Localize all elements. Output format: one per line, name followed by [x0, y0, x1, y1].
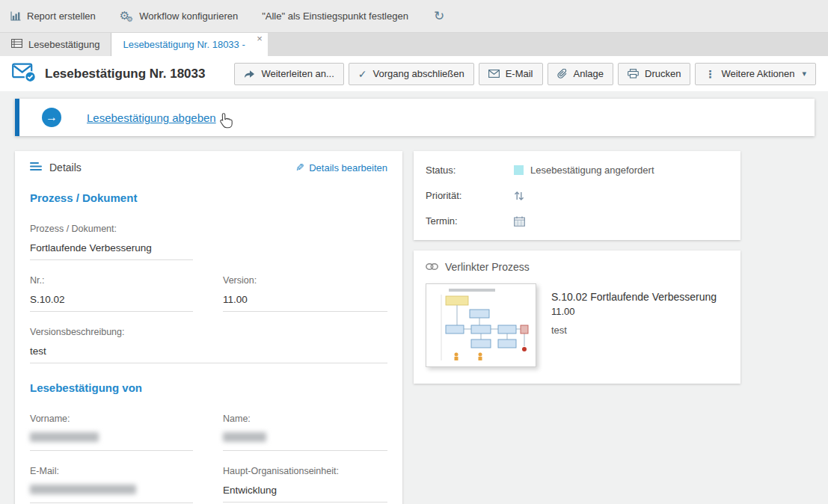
- field-label: E-Mail:: [30, 466, 193, 476]
- top-toolbar: Report erstellen ⚙⚙ Workflow konfigurier…: [0, 0, 828, 33]
- email-button[interactable]: E-Mail: [479, 63, 543, 85]
- gears-icon: ⚙⚙: [120, 10, 133, 23]
- arrow-right-circle-icon[interactable]: →: [42, 108, 61, 127]
- mail-check-icon: [12, 63, 36, 85]
- field-versionsbeschreibung: Versionsbeschreibung: test: [30, 327, 387, 363]
- field-prozess-dokument: Prozess / Dokument: Fortlaufende Verbess…: [30, 224, 193, 260]
- process-thumbnail[interactable]: [426, 283, 536, 367]
- fields-grid-prozess: Prozess / Dokument: Fortlaufende Verbess…: [30, 224, 387, 363]
- close-tab-icon[interactable]: ×: [257, 33, 263, 44]
- status-value: Lesebestätigung angefordert: [514, 165, 729, 176]
- envelope-icon: [488, 70, 500, 78]
- status-label: Status:: [426, 165, 514, 176]
- status-color-swatch: [514, 165, 524, 175]
- tab-lesebestaetigung-18033[interactable]: Lesebestätigung Nr. 18033 - ×: [111, 33, 267, 56]
- paperclip-icon: [557, 69, 568, 79]
- section-title-lesebestaetigung-von: Lesebestätigung von: [30, 381, 387, 394]
- redacted-value: [223, 432, 266, 442]
- check-icon: ✓: [358, 69, 367, 79]
- field-vorname: Vorname:: [30, 414, 193, 451]
- process-flowchart-graphic: [426, 284, 536, 366]
- weiterleiten-button[interactable]: Weiterleiten an...: [234, 63, 343, 85]
- field-value: 11.00: [223, 294, 387, 312]
- status-grid: Status: Lesebestätigung angefordert Prio…: [426, 165, 729, 227]
- kebab-icon: ⋮: [705, 69, 715, 79]
- app-window: Report erstellen ⚙⚙ Workflow konfigurier…: [0, 0, 828, 504]
- termin-label: Termin:: [426, 215, 514, 227]
- linked-process-version: 11.00: [551, 306, 717, 317]
- drucken-button[interactable]: Drucken: [618, 63, 690, 85]
- bar-chart-icon: [10, 11, 21, 21]
- prioritaet-value: [514, 191, 729, 201]
- tab-lesebestaetigung[interactable]: Lesebestätigung: [0, 33, 111, 56]
- field-label: Prozess / Dokument:: [30, 224, 193, 234]
- field-value-redacted: [223, 432, 387, 451]
- action-banner-row: → Lesebestätigung abgeben: [15, 99, 815, 136]
- vorgang-abschliessen-button[interactable]: ✓ Vorgang abschließen: [349, 63, 474, 85]
- forward-arrow-icon: [244, 70, 255, 79]
- tab-label: Lesebestätigung Nr. 18033 -: [123, 39, 245, 50]
- calendar-icon[interactable]: [514, 216, 525, 227]
- field-value: S.10.02: [30, 294, 193, 312]
- linked-process-header: Verlinkter Prozess: [426, 261, 729, 273]
- field-nr: Nr.: S.10.02: [30, 275, 193, 312]
- button-label: Weitere Aktionen: [721, 68, 794, 79]
- details-bearbeiten-link[interactable]: ✎ Details bearbeiten: [295, 162, 387, 173]
- action-banner: → Lesebestätigung abgeben: [15, 99, 815, 136]
- report-erstellen-button[interactable]: Report erstellen: [10, 10, 96, 22]
- termin-value: [514, 216, 729, 227]
- weitere-aktionen-button[interactable]: ⋮ Weitere Aktionen ▾: [695, 63, 816, 85]
- linked-process-card: Verlinkter Prozess: [414, 251, 740, 384]
- linked-process-title: Verlinkter Prozess: [445, 261, 530, 273]
- refresh-icon[interactable]: ↻: [434, 10, 444, 22]
- toolbar-item-label: Workflow konfigurieren: [139, 10, 238, 22]
- section-title-prozess-dokument: Prozess / Dokument: [30, 191, 387, 204]
- toolbar-item-label: Report erstellen: [27, 10, 96, 22]
- field-label: Haupt-Organisationseinheit:: [223, 466, 387, 476]
- content-header: Lesebestätigung Nr. 18033 Weiterleiten a…: [0, 56, 828, 91]
- redacted-value: [30, 432, 99, 442]
- details-title: Details: [30, 162, 82, 173]
- field-value: test: [30, 345, 387, 363]
- workflow-konfigurieren-button[interactable]: ⚙⚙ Workflow konfigurieren: [120, 10, 238, 23]
- prioritaet-label: Priorität:: [426, 190, 514, 201]
- chevron-down-icon: ▾: [802, 69, 806, 79]
- field-value-redacted: [30, 432, 193, 451]
- field-value: Fortlaufende Verbesserung: [30, 242, 193, 260]
- button-label: Vorgang abschließen: [373, 68, 464, 79]
- details-title-label: Details: [49, 162, 82, 173]
- button-label: E-Mail: [506, 68, 533, 79]
- status-card: Status: Lesebestätigung angefordert Prio…: [414, 151, 740, 240]
- sort-arrows-icon[interactable]: [514, 191, 524, 201]
- field-value-redacted: [30, 485, 193, 503]
- field-value: Entwicklung: [223, 485, 387, 503]
- linked-process-name: S.10.02 Fortlaufende Verbesserung: [551, 291, 717, 303]
- tab-bar: Lesebestätigung Lesebestätigung Nr. 1803…: [0, 33, 828, 56]
- list-table-icon: [11, 39, 22, 50]
- details-card: Details ✎ Details bearbeiten Prozess / D…: [15, 151, 402, 504]
- button-label: Weiterleiten an...: [261, 68, 334, 79]
- field-name: Name:: [223, 414, 387, 451]
- field-label: Nr.:: [30, 275, 193, 286]
- button-label: Drucken: [645, 68, 681, 79]
- main-content: → Lesebestätigung abgeben Details: [0, 91, 828, 503]
- pencil-icon: ✎: [295, 162, 304, 173]
- right-column: Status: Lesebestätigung angefordert Prio…: [414, 151, 740, 384]
- printer-icon: [628, 69, 639, 79]
- fields-grid-von: Vorname: Name: E-Mail: Haupt-Organisatio…: [30, 414, 387, 503]
- linked-process-info: S.10.02 Fortlaufende Verbesserung 11.00 …: [551, 283, 717, 367]
- header-actions: Weiterleiten an... ✓ Vorgang abschließen…: [234, 63, 816, 85]
- edit-link-label: Details bearbeiten: [309, 162, 387, 173]
- lesebestaetigung-abgeben-link[interactable]: Lesebestätigung abgeben: [87, 111, 216, 124]
- button-label: Anlage: [574, 68, 604, 79]
- field-label: Version:: [223, 275, 387, 286]
- field-haupt-organisationseinheit: Haupt-Organisationseinheit: Entwicklung: [223, 466, 387, 503]
- status-value-text: Lesebestätigung angefordert: [530, 165, 654, 176]
- field-version: Version: 11.00: [223, 275, 387, 312]
- anlage-button[interactable]: Anlage: [548, 63, 613, 85]
- details-card-header: Details ✎ Details bearbeiten: [30, 162, 387, 173]
- toolbar-item-label: "Alle" als Einstiegspunkt festlegen: [262, 10, 408, 22]
- field-label: Name:: [223, 414, 387, 424]
- alle-einstiegspunkt-button[interactable]: "Alle" als Einstiegspunkt festlegen: [262, 10, 408, 22]
- page-title: Lesebestätigung Nr. 18033: [45, 67, 205, 82]
